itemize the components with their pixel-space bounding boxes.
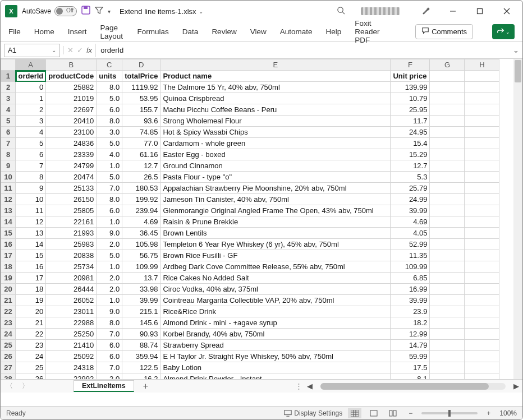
cell[interactable]: 13 [16,228,46,239]
cell[interactable] [465,82,499,93]
cell[interactable]: Raisin & Prune Brekkie [160,216,391,228]
tab-home[interactable]: Home [34,24,54,39]
display-settings-button[interactable]: Display Settings [284,409,342,417]
row-header[interactable]: 2 [1,82,16,93]
zoom-in-button[interactable]: + [483,409,494,417]
cell[interactable]: 12 [16,216,46,228]
cell[interactable]: 10 [16,194,46,205]
cell[interactable]: 52.99 [391,239,430,250]
cell[interactable]: 25092 [46,351,97,362]
row-header[interactable]: 25 [1,340,16,351]
cell[interactable]: 26444 [46,284,97,295]
row-header[interactable]: 26 [1,351,16,362]
cell[interactable]: 23 [16,340,46,351]
cell[interactable]: 215.1 [122,306,160,317]
cell[interactable]: Ciroc Vodka, 40% abv, 375ml [160,284,391,295]
row-header[interactable]: 1 [1,71,16,82]
cell[interactable]: 20410 [46,116,97,127]
cell[interactable]: Ardbeg Dark Cove Committee Release, 55% … [160,261,391,273]
cell[interactable] [465,205,499,216]
cell[interactable]: E H Taylor Jr. Straight Rye Whiskey, 50%… [160,351,391,362]
cell[interactable]: 7 [16,160,46,172]
cell[interactable]: Machu Picchu Coffee Beans - Peru [160,104,391,116]
cell[interactable] [430,250,465,261]
cell[interactable] [465,216,499,228]
cell[interactable]: 5.0 [97,93,122,104]
cell[interactable]: Korbel Brandy, 40% abv, 750ml [160,329,391,340]
cell[interactable]: 199.92 [122,194,160,205]
cell[interactable]: 109.99 [122,261,160,273]
cell[interactable] [430,295,465,306]
cell[interactable]: 6 [16,149,46,160]
cell[interactable] [465,295,499,306]
maximize-button[interactable] [469,3,491,20]
cell[interactable] [430,183,465,194]
cell[interactable] [465,116,499,127]
zoom-level[interactable]: 100% [499,409,517,417]
cell[interactable]: 4.69 [122,216,160,228]
cell[interactable]: 22988 [46,317,97,329]
row-header[interactable]: 24 [1,329,16,340]
filename[interactable]: Extend line items-1.xlsx ⌄ [120,7,203,16]
row-header[interactable]: 22 [1,306,16,317]
cell[interactable]: 8.0 [97,317,122,329]
cell[interactable]: 16.2 [122,373,160,380]
cell[interactable] [430,261,465,273]
cell[interactable]: 16 [16,261,46,273]
cell[interactable]: 6.0 [97,104,122,116]
cell[interactable]: 7.0 [97,362,122,373]
cell[interactable]: 24318 [46,362,97,373]
cell[interactable]: 20981 [46,273,97,284]
view-normal-button[interactable] [348,408,361,418]
row-header[interactable]: 19 [1,273,16,284]
cell[interactable]: 25983 [46,239,97,250]
cell[interactable]: 21410 [46,340,97,351]
cell[interactable]: 25250 [46,329,97,340]
column-header[interactable]: H [465,59,499,71]
column-header[interactable]: G [430,59,465,71]
cell[interactable]: 105.98 [122,239,160,250]
cell[interactable] [430,149,465,160]
column-header[interactable]: F [391,59,430,71]
cell[interactable]: 4 [16,127,46,138]
sheet-nav-next[interactable]: 〉 [20,381,31,391]
cell[interactable]: Glenmorangie Original Angled Frame The O… [160,205,391,216]
cell[interactable]: 90.93 [122,329,160,340]
cell[interactable]: 17 [16,273,46,284]
cell[interactable]: Baby Lotion [160,362,391,373]
row-header[interactable]: 13 [1,205,16,216]
cell[interactable]: 20838 [46,250,97,261]
cell[interactable]: 4.69 [391,216,430,228]
cell[interactable]: 22 [16,329,46,340]
fx-icon[interactable]: fx [86,46,92,54]
cell[interactable]: 56.75 [122,250,160,261]
hscroll-left-icon[interactable]: ◀ [307,382,313,390]
cell[interactable]: 93.6 [122,116,160,127]
cell[interactable]: 3.0 [97,127,122,138]
cell[interactable] [430,138,465,149]
cell[interactable]: Cardamom - whole green [160,138,391,149]
cell[interactable]: 25133 [46,183,97,194]
cell[interactable] [465,250,499,261]
cell[interactable]: 1.0 [97,160,122,172]
cell[interactable]: 11 [16,205,46,216]
zoom-slider[interactable] [421,412,478,414]
cell[interactable]: 53.95 [122,93,160,104]
cell[interactable]: 122.5 [122,362,160,373]
row-header[interactable]: 18 [1,261,16,273]
cell[interactable]: Rice&Rice Drink [160,306,391,317]
cell[interactable]: 2.0 [97,373,122,380]
cell[interactable]: 21 [16,317,46,329]
cancel-icon[interactable]: ✕ [67,46,74,54]
cell[interactable]: 13.7 [122,273,160,284]
row-header[interactable]: 6 [1,127,16,138]
cell[interactable]: 4.05 [391,228,430,239]
cell[interactable] [430,228,465,239]
cell[interactable]: 88.74 [122,340,160,351]
sheet-tab-options-icon[interactable]: ⋮ [295,382,302,390]
cell[interactable]: 5.3 [391,172,430,183]
cell[interactable]: 2.0 [97,284,122,295]
row-header[interactable]: 20 [1,284,16,295]
cell[interactable] [465,373,499,380]
cell[interactable] [465,172,499,183]
